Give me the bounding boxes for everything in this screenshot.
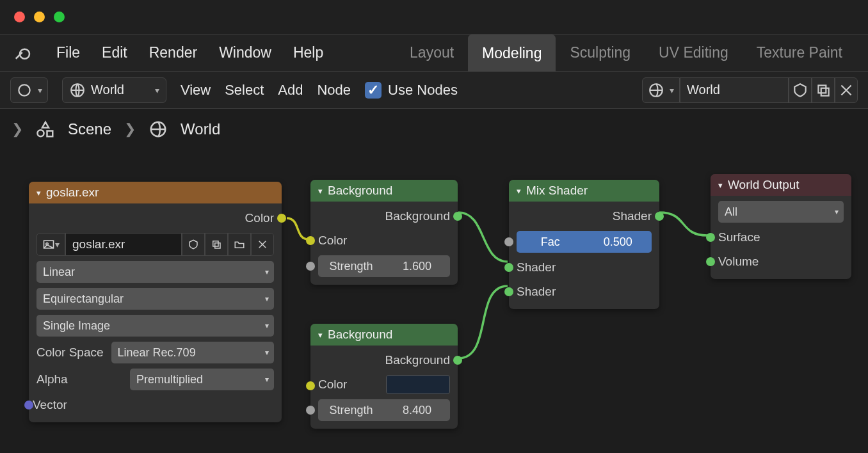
chevron-right-icon: ❯ (124, 121, 136, 138)
close-window-button[interactable] (14, 12, 25, 22)
node-editor-canvas[interactable]: ▾ goslar.exr Color ▾ goslar.exr Linear▾ … (0, 150, 868, 453)
world-name-text: World (687, 83, 720, 97)
socket-label-shader: Shader (517, 285, 556, 299)
menu-file[interactable]: File (56, 44, 80, 61)
editor-type-selector[interactable]: ▾ (10, 77, 48, 103)
input-socket-shader-1[interactable] (504, 263, 513, 272)
world-name-field[interactable]: World (680, 77, 789, 103)
new-image-button[interactable] (205, 233, 228, 256)
colorspace-label: Color Space (36, 346, 104, 360)
node-background-1[interactable]: ▾ Background Background Color Strength 1… (310, 180, 458, 285)
node-header[interactable]: ▾ goslar.exr (29, 182, 282, 203)
node-title: Background (328, 328, 392, 342)
menu-help[interactable]: Help (293, 44, 323, 61)
node-world-output[interactable]: ▾ World Output All ▾ Surface Volume (711, 174, 851, 279)
unlink-image-button[interactable] (251, 233, 274, 256)
fake-user-button[interactable] (182, 233, 205, 256)
minimize-window-button[interactable] (34, 12, 45, 22)
breadcrumb-scene[interactable]: Scene (68, 120, 111, 138)
blender-logo-icon[interactable] (12, 42, 35, 65)
strength-field[interactable]: Strength 1.600 (318, 255, 450, 277)
input-socket-vector[interactable] (24, 401, 33, 409)
node-environment-texture[interactable]: ▾ goslar.exr Color ▾ goslar.exr Linear▾ … (29, 182, 282, 422)
input-socket-surface[interactable] (706, 233, 715, 242)
dropdown-value: Linear (43, 266, 75, 279)
node-editor-header: ▾ World ▾ View Select Add Node ✓ Use Nod… (0, 72, 868, 109)
node-header[interactable]: ▾ World Output (711, 174, 851, 196)
output-socket-background[interactable] (453, 212, 462, 221)
collapse-icon: ▾ (318, 186, 323, 196)
node-mix-shader[interactable]: ▾ Mix Shader Shader Fac 0.500 Shader (509, 180, 659, 309)
input-socket-color[interactable] (306, 236, 315, 245)
target-dropdown[interactable]: All ▾ (718, 201, 844, 223)
scene-icon (36, 120, 55, 139)
menu-render[interactable]: Render (149, 44, 197, 61)
menu-add[interactable]: Add (278, 82, 303, 99)
workspace-tab-texturepaint[interactable]: Texture Paint (743, 35, 856, 71)
strength-field[interactable]: Strength 8.400 (318, 399, 450, 421)
dropdown-value: All (725, 205, 737, 219)
image-source-dropdown[interactable]: Single Image▾ (36, 315, 274, 337)
interpolation-dropdown[interactable]: Linear▾ (36, 261, 274, 283)
colorspace-dropdown[interactable]: Linear Rec.709▾ (111, 342, 274, 363)
chevron-down-icon: ▾ (265, 375, 269, 384)
chevron-down-icon: ▾ (265, 348, 269, 357)
breadcrumb-world[interactable]: World (181, 120, 220, 138)
world-browse-button[interactable]: ▾ (642, 77, 680, 103)
chevron-down-icon: ▾ (835, 207, 839, 216)
strength-label: Strength (318, 404, 384, 417)
menu-window[interactable]: Window (219, 44, 271, 61)
chevron-down-icon: ▾ (265, 321, 269, 330)
new-world-button[interactable] (812, 77, 835, 103)
use-nodes-label: Use Nodes (388, 82, 458, 99)
input-socket-strength[interactable] (306, 262, 315, 271)
fac-value: 0.500 (584, 235, 652, 249)
open-image-button[interactable] (228, 233, 251, 256)
world-datablock-selector[interactable]: World ▾ (62, 77, 166, 103)
menu-select[interactable]: Select (225, 82, 264, 99)
output-socket-color[interactable] (277, 214, 286, 223)
socket-label-surface: Surface (718, 230, 760, 244)
workspace-tab-modeling[interactable]: Modeling (468, 35, 556, 72)
image-datablock-row: ▾ goslar.exr (36, 233, 274, 256)
node-title: Mix Shader (526, 184, 588, 198)
world-selector-label: World (91, 83, 124, 97)
input-socket-volume[interactable] (706, 257, 715, 266)
fac-label: Fac (517, 235, 584, 249)
strength-value: 1.600 (384, 260, 450, 273)
menu-view[interactable]: View (181, 82, 211, 99)
fake-user-button[interactable] (789, 77, 812, 103)
collapse-icon: ▾ (318, 330, 323, 340)
workspace-tab-layout[interactable]: Layout (396, 35, 468, 71)
output-socket-shader[interactable] (655, 212, 664, 221)
svg-point-1 (19, 84, 29, 95)
collapse-icon: ▾ (517, 186, 521, 196)
main-menubar: File Edit Render Window Help Layout Mode… (0, 35, 868, 72)
fac-field[interactable]: Fac 0.500 (517, 231, 652, 253)
world-icon (149, 120, 168, 139)
input-socket-fac[interactable] (504, 237, 513, 246)
workspace-tabs: Layout Modeling Sculpting UV Editing Tex… (396, 35, 856, 71)
image-browse-button[interactable]: ▾ (36, 233, 65, 256)
color-well[interactable] (386, 375, 450, 394)
input-socket-color[interactable] (306, 381, 315, 390)
node-header[interactable]: ▾ Background (310, 180, 458, 202)
projection-dropdown[interactable]: Equirectangular▾ (36, 288, 274, 310)
node-header[interactable]: ▾ Mix Shader (509, 180, 659, 202)
workspace-tab-sculpting[interactable]: Sculpting (556, 35, 645, 71)
node-background-2[interactable]: ▾ Background Background Color Strength 8… (310, 324, 458, 429)
maximize-window-button[interactable] (54, 12, 65, 22)
breadcrumb: ❯ Scene ❯ World (0, 109, 868, 150)
image-name-field[interactable]: goslar.exr (65, 233, 182, 256)
node-header[interactable]: ▾ Background (310, 324, 458, 346)
input-socket-strength[interactable] (306, 406, 315, 415)
input-socket-shader-2[interactable] (504, 287, 513, 296)
workspace-tab-uvediting[interactable]: UV Editing (645, 35, 743, 71)
alpha-dropdown[interactable]: Premultiplied▾ (130, 369, 274, 390)
output-socket-background[interactable] (453, 356, 462, 365)
unlink-world-button[interactable] (835, 77, 858, 103)
use-nodes-toggle[interactable]: ✓ Use Nodes (365, 82, 458, 99)
socket-label-shader: Shader (517, 260, 556, 274)
menu-node[interactable]: Node (317, 82, 351, 99)
menu-edit[interactable]: Edit (102, 44, 127, 61)
